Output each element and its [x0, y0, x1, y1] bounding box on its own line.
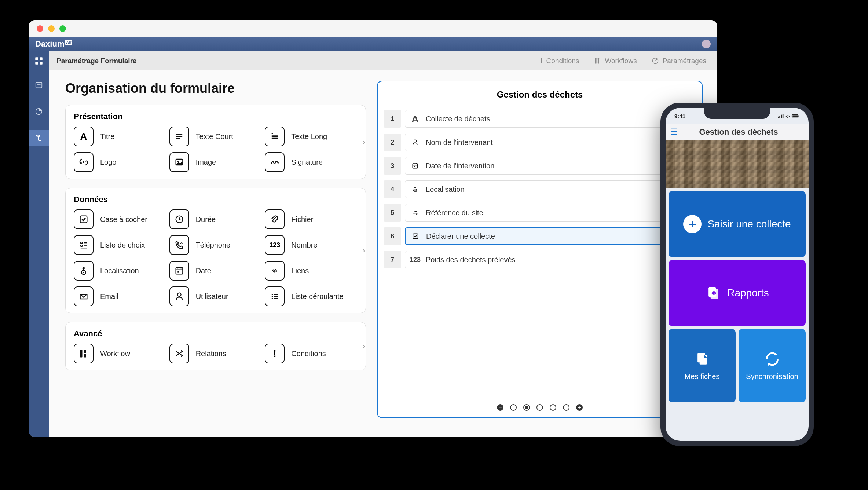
- pager-dot[interactable]: [510, 404, 517, 411]
- link-icon: [265, 261, 285, 281]
- field-tile[interactable]: Signature: [265, 152, 358, 172]
- svg-point-11: [83, 161, 85, 163]
- window-minimize-button[interactable]: [48, 25, 55, 32]
- pager-dot[interactable]: [536, 404, 543, 411]
- field-body[interactable]: Déclarer une collecte: [405, 227, 699, 245]
- phone-tile-myforms[interactable]: Mes fiches: [669, 329, 736, 402]
- field-tile[interactable]: Texte Court: [169, 127, 262, 146]
- field-label: Poids des déchets prélevés: [426, 256, 516, 264]
- pager-dot[interactable]: [563, 404, 569, 411]
- hamburger-icon[interactable]: ☰: [671, 127, 678, 137]
- form-field-row[interactable]: 7123Poids des déchets prélevés: [381, 248, 699, 271]
- field-tile[interactable]: Fichier: [265, 209, 358, 229]
- field-body[interactable]: 123Poids des déchets prélevés: [405, 251, 699, 268]
- svg-rect-0: [35, 57, 38, 60]
- field-tile[interactable]: Durée: [169, 209, 262, 229]
- form-field-row[interactable]: 4Localisation: [381, 178, 699, 201]
- field-body[interactable]: Nom de l'intervenant: [405, 134, 699, 151]
- sidebar-item-reports[interactable]: [29, 103, 49, 120]
- sidebar-item-builder[interactable]: [29, 130, 49, 146]
- phone-mockup: 9:41 ☰ Gestion des déchets + Saisir une …: [660, 103, 814, 446]
- field-tile[interactable]: Logo: [74, 152, 166, 172]
- field-body[interactable]: Référence du site: [405, 204, 699, 222]
- field-index: 6: [384, 227, 401, 245]
- chart-icon: [35, 107, 43, 116]
- field-palette-section: DonnéesCase à cocherDuréeFichierListe de…: [65, 188, 366, 313]
- exclaim-icon: !: [265, 344, 285, 363]
- field-body[interactable]: ACollecte de déchets: [405, 110, 699, 128]
- nav-workflows[interactable]: Workflows: [594, 57, 637, 65]
- field-tile-label: Image: [196, 158, 216, 167]
- user-avatar[interactable]: [702, 40, 711, 48]
- sidebar-item-forms[interactable]: [29, 77, 49, 93]
- svg-point-20: [83, 272, 84, 273]
- window-titlebar: [29, 20, 717, 37]
- field-tile[interactable]: Téléphone: [169, 235, 262, 255]
- field-tile[interactable]: Localisation: [74, 261, 166, 281]
- field-body[interactable]: Localisation: [405, 180, 699, 198]
- chevron-right-icon[interactable]: ›: [363, 342, 371, 351]
- nav-settings[interactable]: Paramétrages: [652, 57, 706, 65]
- field-tile-label: Durée: [196, 215, 216, 224]
- form-field-row[interactable]: 2Nom de l'intervenant: [381, 131, 699, 154]
- form-field-row[interactable]: 3Date de l'intervention: [381, 154, 699, 178]
- field-tile[interactable]: Image: [169, 152, 262, 172]
- window-maximize-button[interactable]: [59, 25, 66, 32]
- phone-tile-sync[interactable]: Synchronisation: [739, 329, 806, 402]
- field-tile[interactable]: Date: [169, 261, 262, 281]
- pager-add[interactable]: +: [576, 404, 583, 411]
- field-tile[interactable]: Liste déroulante: [265, 286, 358, 306]
- field-index: 5: [384, 204, 401, 222]
- page-indicator: − +: [378, 401, 702, 411]
- field-tile-label: Relations: [196, 350, 226, 358]
- svg-point-13: [177, 161, 179, 162]
- phone-header: ☰ Gestion des déchets: [666, 124, 809, 140]
- phone-tile-reports[interactable]: Rapports: [669, 260, 806, 326]
- field-label: Collecte de déchets: [426, 115, 490, 123]
- chevron-right-icon[interactable]: ›: [363, 246, 371, 255]
- pager-dot[interactable]: [550, 404, 556, 411]
- phone-title: Gestion des déchets: [683, 127, 794, 137]
- field-tile-label: Texte Long: [291, 132, 327, 141]
- svg-rect-4: [595, 58, 597, 63]
- svg-rect-3: [40, 62, 43, 65]
- clip-icon: [265, 209, 285, 229]
- relations-icon: [169, 344, 189, 363]
- field-tile[interactable]: 123Nombre: [265, 235, 358, 255]
- svg-point-31: [415, 190, 416, 191]
- plus-circle-icon: +: [683, 215, 702, 233]
- grid-icon: [34, 56, 44, 66]
- app-bar: DaxiumAir: [29, 37, 717, 51]
- pager-dot-current[interactable]: [523, 404, 530, 411]
- field-tile[interactable]: ATitre: [74, 127, 166, 146]
- logo-swap-icon: [74, 152, 94, 172]
- svg-point-33: [416, 213, 417, 215]
- field-index: 7: [384, 251, 401, 268]
- section-title: Présentation: [74, 112, 358, 121]
- pager-remove[interactable]: −: [497, 404, 503, 411]
- section-title: Données: [74, 195, 358, 204]
- window-close-button[interactable]: [37, 25, 43, 32]
- form-field-row[interactable]: 6Déclarer une collecte: [381, 224, 699, 248]
- field-tile[interactable]: Workflow: [74, 344, 166, 363]
- field-tile[interactable]: Liens: [265, 261, 358, 281]
- form-field-row[interactable]: 5Référence du site: [381, 201, 699, 224]
- nav-conditions[interactable]: ! Conditions: [540, 57, 579, 65]
- form-icon: [35, 81, 43, 89]
- field-tile[interactable]: Email: [74, 286, 166, 306]
- field-tile[interactable]: Relations: [169, 344, 262, 363]
- field-tile[interactable]: Texte Long: [265, 127, 358, 146]
- svg-rect-6: [598, 61, 599, 63]
- field-body[interactable]: Date de l'intervention: [405, 157, 699, 175]
- field-palette-section: PrésentationATitreTexte CourtTexte LongL…: [65, 105, 366, 179]
- phone-notch: [704, 108, 770, 119]
- field-tile[interactable]: Liste de choix: [74, 235, 166, 255]
- field-tile[interactable]: Case à cocher: [74, 209, 166, 229]
- workflow-icon: [594, 57, 601, 65]
- chevron-right-icon[interactable]: ›: [363, 138, 371, 146]
- form-field-row[interactable]: 1ACollecte de déchets: [381, 107, 699, 131]
- apps-grid-button[interactable]: [29, 51, 49, 70]
- field-tile[interactable]: Utilisateur: [169, 286, 262, 306]
- phone-tile-collect[interactable]: + Saisir une collecte: [669, 191, 806, 257]
- field-tile[interactable]: !Conditions: [265, 344, 358, 363]
